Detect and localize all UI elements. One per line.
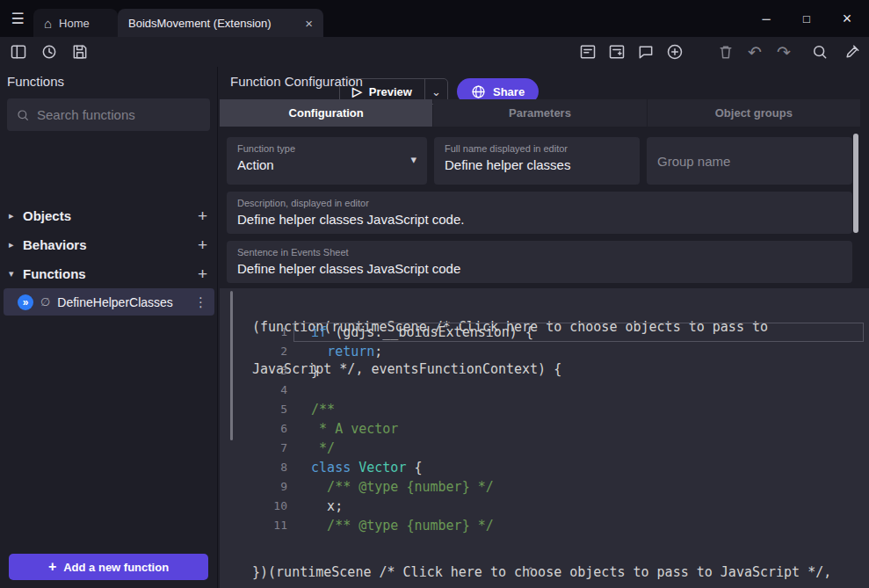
search-functions-box [7, 98, 210, 131]
code-text: if (gdjs.__boidsExtension) { [295, 323, 869, 342]
sidebar-item-behaviors[interactable]: ▸ Behaviors + [0, 230, 218, 259]
chevron-right-icon[interactable]: ▸ [9, 239, 23, 250]
code-line[interactable]: 4 [220, 381, 869, 400]
function-item-selected[interactable]: » ∅ DefineHelperClasses ⋮ [4, 288, 214, 316]
layout-panels-icon[interactable] [9, 42, 28, 62]
code-line[interactable]: 2 return; [220, 342, 869, 361]
sentence-label: Sentence in Events Sheet [237, 247, 842, 258]
full-name-field[interactable]: Full name displayed in editor Define hel… [434, 137, 640, 185]
trash-icon[interactable] [716, 42, 735, 62]
plus-icon: + [48, 559, 56, 575]
tree-label-behaviors: Behaviors [23, 237, 87, 252]
add-new-function-button[interactable]: + Add a new function [9, 554, 208, 580]
chevron-down-icon[interactable]: ▾ [9, 268, 23, 279]
search-functions-input[interactable] [37, 107, 212, 122]
sidebar-item-functions[interactable]: ▾ Functions + [0, 259, 218, 288]
theme-brush-icon[interactable] [843, 42, 862, 62]
tree-label-objects: Objects [23, 208, 71, 223]
code-text [295, 381, 869, 400]
tab-extension-label: BoidsMovement (Extension) [128, 17, 272, 30]
chevron-down-icon[interactable]: ▾ [410, 153, 416, 166]
history-clock-icon[interactable] [40, 42, 59, 62]
tab-configuration[interactable]: Configuration [220, 99, 432, 127]
code-text: /** [295, 400, 869, 419]
group-name-field[interactable]: Group name [647, 137, 852, 185]
comment-icon[interactable] [636, 42, 655, 62]
sentence-field[interactable]: Sentence in Events Sheet Define helper c… [227, 241, 852, 283]
globe-icon [471, 84, 486, 99]
tab-home-label: Home [59, 17, 90, 30]
sidebar-item-objects[interactable]: ▸ Objects + [0, 201, 218, 230]
functions-sidebar: Functions ▸ Objects + ▸ Behaviors + ▾ Fu… [0, 67, 218, 588]
code-line[interactable]: 7 */ [220, 439, 869, 458]
line-number: 1 [220, 323, 287, 342]
tree-label-functions: Functions [23, 266, 86, 281]
add-new-function-label: Add a new function [63, 561, 169, 574]
private-function-icon: ∅ [40, 295, 50, 309]
home-icon: ⌂ [44, 16, 52, 31]
code-text: x; [295, 497, 869, 516]
window-controls: ─ □ × [746, 0, 867, 37]
description-field[interactable]: Description, displayed in editor Define … [227, 192, 852, 234]
search-icon [16, 108, 30, 122]
redo-icon[interactable]: ↷ [774, 42, 793, 62]
toolbar: ▷ Preview ⌄ Share ↶ ↷ [0, 37, 869, 67]
full-name-value: Define helper classes [445, 157, 629, 172]
code-line[interactable]: 9 /** @type {number} */ [220, 477, 869, 497]
line-number: 4 [220, 381, 287, 400]
add-function-icon[interactable]: + [198, 265, 207, 284]
kebab-menu-icon[interactable]: ⋮ [194, 294, 207, 310]
events-sheet-icon[interactable] [578, 42, 597, 62]
close-tab-icon[interactable]: × [305, 16, 313, 31]
code-text: } [295, 361, 869, 381]
search-icon[interactable] [810, 42, 829, 62]
events-sheet-add-icon[interactable] [607, 42, 626, 62]
window-maximize-button[interactable]: □ [786, 0, 827, 37]
javascript-function-icon: » [18, 294, 33, 310]
description-label: Description, displayed in editor [237, 198, 842, 208]
code-line[interactable]: 11 /** @type {number} */ [220, 516, 869, 535]
code-text: */ [295, 439, 869, 458]
add-behavior-icon[interactable]: + [198, 236, 207, 255]
code-text: * A vector [295, 419, 869, 439]
toolbar-right-icons: ↶ ↷ [578, 37, 862, 67]
function-type-select[interactable]: Function type Action ▾ [227, 137, 427, 185]
tab-object-groups[interactable]: Object groups [648, 99, 860, 127]
line-number: 6 [220, 419, 287, 439]
titlebar: ☰ ⌂ Home BoidsMovement (Extension) × ─ □… [0, 0, 869, 37]
line-number: 2 [220, 342, 287, 361]
tab-parameters[interactable]: Parameters [433, 99, 646, 127]
line-number: 5 [220, 400, 287, 419]
window-close-button[interactable]: × [827, 0, 867, 37]
code-line[interactable]: 3 } [220, 361, 869, 381]
configuration-tabs: Configuration Parameters Object groups [220, 99, 860, 127]
tab-home[interactable]: ⌂ Home [33, 9, 118, 37]
javascript-code-editor[interactable]: (function(runtimeScene /* Click here to … [220, 288, 869, 588]
undo-icon[interactable]: ↶ [745, 42, 764, 62]
hamburger-menu-icon[interactable]: ☰ [0, 0, 35, 37]
code-line[interactable]: 10 x; [220, 497, 869, 516]
scroll-hint-caret: ^ [527, 565, 534, 578]
tab-extension[interactable]: BoidsMovement (Extension) × [118, 9, 323, 37]
code-line[interactable]: 1 if (gdjs.__boidsExtension) { [220, 323, 869, 342]
code-line[interactable]: 8 class Vector { [220, 458, 869, 477]
function-type-label: Function type [237, 143, 416, 154]
line-number: 3 [220, 361, 287, 381]
chevron-right-icon[interactable]: ▸ [9, 210, 23, 221]
panel-vertical-scrollbar[interactable] [853, 134, 858, 233]
description-value: Define helper classes JavaScript code. [237, 212, 842, 227]
line-number: 10 [220, 497, 287, 516]
function-type-value: Action [237, 157, 416, 172]
share-label: Share [493, 85, 525, 98]
add-circle-icon[interactable] [665, 42, 684, 62]
code-line[interactable]: 6 * A vector [220, 419, 869, 439]
panel-title: Function Configuration [230, 74, 363, 89]
group-name-placeholder: Group name [657, 154, 730, 169]
code-text: /** @type {number} */ [295, 516, 869, 535]
editor-footer-wrapper[interactable]: })(runtimeScene /* Click here to choose … [252, 535, 831, 588]
add-object-icon[interactable]: + [198, 207, 207, 226]
window-minimize-button[interactable]: ─ [746, 0, 786, 37]
code-line[interactable]: 5 /** [220, 400, 869, 419]
editor-footer-line: })(runtimeScene /* Click here to choose … [252, 565, 831, 580]
save-icon[interactable] [70, 42, 90, 62]
